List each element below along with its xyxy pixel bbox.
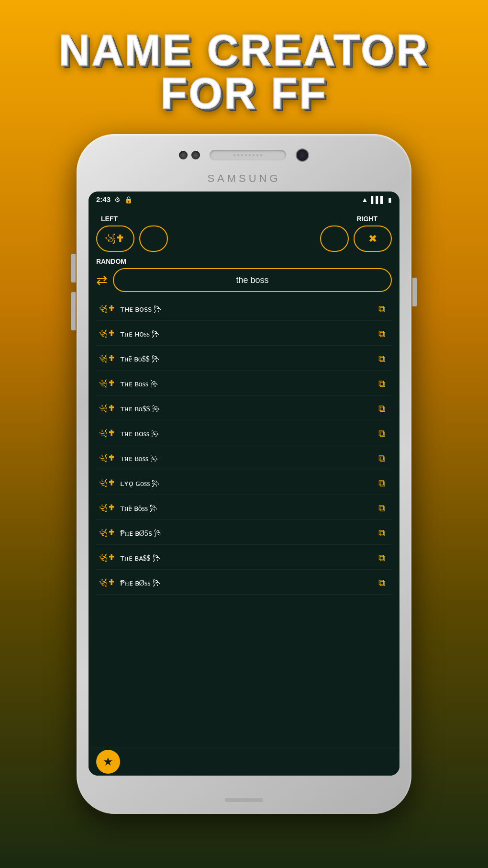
name-symbol-2: ꧁✝	[99, 354, 116, 364]
volume-down-button	[71, 292, 76, 330]
speaker-grille	[210, 150, 286, 160]
screen-content: LEFT RIGHT ꧁✝ ✖	[89, 207, 399, 747]
title-line2: FOR FF	[59, 72, 430, 115]
camera-dot-1	[179, 151, 188, 159]
copy-button-11[interactable]: ⧉	[375, 575, 389, 590]
name-text-7: ʟʏǫ ɢoss ꧂	[120, 479, 159, 488]
symbol-4-label: ✖	[368, 233, 377, 245]
signal-icon: ▌▌▌	[371, 196, 385, 203]
title-line1: NAME CREATOR	[59, 29, 430, 72]
copy-button-10[interactable]: ⧉	[375, 551, 389, 565]
copy-button-5[interactable]: ⧉	[375, 426, 389, 441]
symbol-button-2[interactable]	[139, 225, 168, 252]
name-symbol-3: ꧁✝	[99, 379, 116, 389]
name-text-9: Ᵽнᴇ ʙØ5ꜱ ꧂	[120, 529, 162, 538]
favorites-button[interactable]: ★	[96, 750, 120, 774]
random-section: RANDOM ⇄	[96, 258, 392, 292]
name-row-content: ꧁✝ ᴛнᴇ ʙᴏss ꧂	[99, 428, 375, 439]
status-bar: 2:43 ⚙ 🔒 ▲ ▌▌▌ ▮	[89, 192, 399, 207]
phone-top-elements	[179, 148, 309, 162]
name-text-5: ᴛнᴇ ʙᴏss ꧂	[120, 429, 159, 438]
name-text-3: ᴛнᴇ ʙoss ꧂	[120, 379, 158, 388]
symbols-section: LEFT RIGHT ꧁✝ ✖	[96, 215, 392, 252]
name-symbol-0: ꧁✝	[99, 304, 116, 314]
name-list-item: ꧁✝ ʟʏǫ ɢoss ꧂ ⧉	[96, 472, 392, 495]
name-input[interactable]	[113, 268, 392, 292]
status-time: 2:43	[96, 195, 111, 203]
name-row-content: ꧁✝ Ᵽнᴇ ʙØss ꧂	[99, 578, 375, 588]
name-list-item: ꧁✝ ᴛнë ʙöss ꧂ ⧉	[96, 497, 392, 520]
copy-button-9[interactable]: ⧉	[375, 526, 389, 541]
name-list-item: ꧁✝ ᴛʜᴇ ʙᴏꜱꜱ ꧂ ⧉	[96, 298, 392, 321]
name-symbol-8: ꧁✝	[99, 503, 116, 513]
random-row: ⇄	[96, 268, 392, 292]
copy-button-3[interactable]: ⧉	[375, 376, 389, 391]
shuffle-button[interactable]: ⇄	[96, 272, 107, 288]
name-list-item: ꧁✝ ᴛнᴇ ʙᴏss ꧂ ⧉	[96, 422, 392, 445]
battery-icon: ▮	[388, 196, 392, 203]
name-symbol-9: ꧁✝	[99, 528, 116, 538]
name-row-content: ꧁✝ ᴛнᴇ ʙoss ꧂	[99, 453, 375, 463]
name-list: ꧁✝ ᴛʜᴇ ʙᴏꜱꜱ ꧂ ⧉ ꧁✝ ᴛнᴇ ʜᴏss ꧂ ⧉ ꧁✝ ᴛнē ʙ…	[96, 298, 392, 739]
camera-dots	[179, 151, 200, 159]
name-text-2: ᴛнē ʙo$$ ꧂	[120, 354, 159, 363]
name-text-6: ᴛнᴇ ʙoss ꧂	[120, 454, 158, 463]
copy-button-0[interactable]: ⧉	[375, 302, 389, 316]
name-symbol-1: ꧁✝	[99, 329, 116, 339]
name-row-content: ꧁✝ ᴛнē ʙo$$ ꧂	[99, 354, 375, 364]
symbols-labels: LEFT RIGHT	[96, 215, 392, 223]
copy-button-4[interactable]: ⧉	[375, 401, 389, 416]
name-text-10: ᴛнᴇ ʙᴀ$$ ꧂	[120, 553, 160, 563]
name-symbol-4: ꧁✝	[99, 404, 116, 414]
settings-icon: ⚙	[114, 196, 121, 203]
name-text-1: ᴛнᴇ ʜᴏss ꧂	[120, 329, 159, 338]
name-row-content: ꧁✝ Ᵽнᴇ ʙØ5ꜱ ꧂	[99, 528, 375, 538]
name-list-item: ꧁✝ ᴛнᴇ ʙo$$ ꧂ ⧉	[96, 397, 392, 420]
copy-button-6[interactable]: ⧉	[375, 451, 389, 466]
name-row-content: ꧁✝ ᴛʜᴇ ʙᴏꜱꜱ ꧂	[99, 304, 375, 314]
name-list-item: ꧁✝ ᴛнᴇ ʜᴏss ꧂ ⧉	[96, 323, 392, 346]
name-row-content: ꧁✝ ᴛнᴇ ʜᴏss ꧂	[99, 329, 375, 339]
front-camera	[296, 148, 309, 162]
name-row-content: ꧁✝ ᴛнᴇ ʙᴀ$$ ꧂	[99, 553, 375, 563]
name-list-item: ꧁✝ ᴛнᴇ ʙoss ꧂ ⧉	[96, 372, 392, 395]
symbol-button-3[interactable]	[320, 225, 349, 252]
volume-up-button	[71, 254, 76, 282]
name-row-content: ꧁✝ ᴛнᴇ ʙo$$ ꧂	[99, 404, 375, 414]
name-row-content: ꧁✝ ʟʏǫ ɢoss ꧂	[99, 478, 375, 488]
symbol-button-1[interactable]: ꧁✝	[96, 225, 134, 252]
camera-dot-2	[191, 151, 200, 159]
name-symbol-7: ꧁✝	[99, 478, 116, 488]
app-title: NAME CREATOR FOR FF	[59, 0, 430, 115]
name-symbol-11: ꧁✝	[99, 578, 116, 588]
name-list-item: ꧁✝ Ᵽнᴇ ʙØss ꧂ ⧉	[96, 572, 392, 595]
random-label: RANDOM	[96, 258, 392, 265]
name-list-item: ꧁✝ ᴛнᴇ ʙoss ꧂ ⧉	[96, 447, 392, 470]
copy-button-2[interactable]: ⧉	[375, 351, 389, 366]
name-list-item: ꧁✝ ᴛнē ʙo$$ ꧂ ⧉	[96, 348, 392, 371]
label-left: LEFT	[96, 215, 239, 223]
home-button[interactable]	[225, 798, 263, 802]
name-symbol-5: ꧁✝	[99, 428, 116, 439]
phone-screen: 2:43 ⚙ 🔒 ▲ ▌▌▌ ▮ LEFT RIGHT	[89, 192, 399, 776]
phone-mockup: SAMSUNG 2:43 ⚙ 🔒 ▲ ▌▌▌ ▮	[72, 134, 416, 828]
name-text-0: ᴛʜᴇ ʙᴏꜱꜱ ꧂	[120, 304, 161, 314]
bottom-bar: ★	[89, 747, 399, 776]
wifi-icon: ▲	[361, 196, 368, 203]
name-row-content: ꧁✝ ᴛнᴇ ʙoss ꧂	[99, 379, 375, 389]
name-text-11: Ᵽнᴇ ʙØss ꧂	[120, 578, 160, 587]
name-row-content: ꧁✝ ᴛнë ʙöss ꧂	[99, 503, 375, 513]
name-list-item: ꧁✝ ᴛнᴇ ʙᴀ$$ ꧂ ⧉	[96, 547, 392, 570]
name-list-item: ꧁✝ Ᵽнᴇ ʙØ5ꜱ ꧂ ⧉	[96, 522, 392, 545]
status-right: ▲ ▌▌▌ ▮	[361, 196, 392, 203]
symbol-button-4[interactable]: ✖	[354, 225, 392, 252]
label-right: RIGHT	[239, 215, 392, 223]
lock-icon: 🔒	[124, 196, 133, 203]
copy-button-7[interactable]: ⧉	[375, 476, 389, 491]
copy-button-1[interactable]: ⧉	[375, 327, 389, 341]
copy-button-8[interactable]: ⧉	[375, 501, 389, 516]
symbol-1-label: ꧁✝	[105, 233, 126, 245]
symbol-buttons-row: ꧁✝ ✖	[96, 225, 392, 252]
status-left: 2:43 ⚙ 🔒	[96, 195, 133, 203]
name-symbol-6: ꧁✝	[99, 453, 116, 463]
